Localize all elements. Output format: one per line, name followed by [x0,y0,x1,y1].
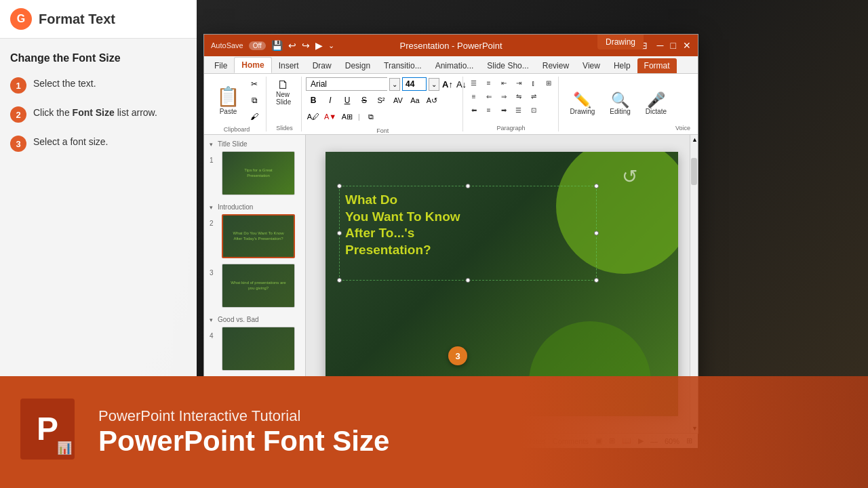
dictate-button[interactable]: 🎤 Dictate [639,90,673,118]
new-slide-button[interactable]: 🗋 NewSlide [272,77,295,108]
para-dialog-button[interactable]: ⊞ [542,77,555,89]
justify-button[interactable]: ☰ [512,104,526,116]
decrease-list-button[interactable]: ⇐ [482,90,496,102]
handle-ml[interactable] [337,231,342,236]
format-painter-button[interactable]: 🖌 [247,109,262,124]
bold-button[interactable]: B [306,93,321,108]
tab-review[interactable]: Review [536,58,576,73]
quick-access-icon[interactable]: ⌄ [328,41,334,50]
slide-3-thumb[interactable]: What kind of presentations areyou giving… [222,264,295,308]
font-name-arrow[interactable]: ⌄ [389,78,400,91]
increase-list-button[interactable]: ⇒ [497,90,511,102]
autosave-toggle[interactable]: Off [249,41,266,50]
slide-2-thumb[interactable]: What Do You Want To KnowAfter Today's Pr… [222,214,295,258]
tab-insert[interactable]: Insert [272,58,306,73]
save-icon[interactable]: 💾 [271,40,283,51]
italic-button[interactable]: I [323,93,338,108]
undo-icon[interactable]: ↩ [288,40,296,51]
title-bar: AutoSave Off 💾 ↩ ↪ ▶ ⌄ Presentation - Po… [204,35,698,56]
handle-mr[interactable] [594,231,599,236]
numbering-button[interactable]: ≡ [482,77,496,89]
paste-icon: 📋 [216,85,240,108]
font-size-arrow[interactable]: ⌄ [429,78,439,91]
slide-1-thumb[interactable]: Tips for a GreatPresentation [222,151,295,195]
strikethrough-button[interactable]: S [357,93,372,108]
section-arrow-3: ▾ [210,317,213,323]
smart-art-button[interactable]: ⊡ [527,104,540,116]
editing-button[interactable]: 🔍 Editing [604,90,637,118]
ppt-p-letter: P [37,413,58,445]
cut-button[interactable]: ✂ [247,77,262,92]
drawing-tab[interactable]: Drawing [597,35,644,49]
handle-tl[interactable] [337,184,342,188]
bullets-button[interactable]: ☰ [467,77,481,89]
align-left-button[interactable]: ⬅ [467,104,481,116]
new-slide-icon: 🗋 [277,79,290,91]
autosave-label: AutoSave [211,41,243,49]
align-right-button[interactable]: ➡ [497,104,511,116]
font-dialog-button[interactable]: ⧉ [363,109,378,124]
handle-tm[interactable] [466,184,471,188]
text-effects-button[interactable]: A⊞ [340,109,355,124]
handle-bl[interactable] [337,278,342,283]
text-box-selection[interactable]: What DoYou Want To KnowAfter To...'sPres… [339,186,597,281]
editing-icon: 🔍 [611,93,629,108]
paragraph-group: ☰ ≡ ⇤ ⇥ ⫿ ⊞ ≡ ⇐ ⇒ ⇋ ⇌ ⬅ ≡ ➡ ☰ ⊡ Paragra [465,77,559,131]
font-name-input[interactable] [306,77,387,91]
step-3: 3 Select a font size. [10,135,186,152]
paste-button[interactable]: 📋 Paste [212,83,245,117]
close-btn[interactable]: ✕ [683,40,691,51]
step-3-text: Select a font size. [33,135,108,149]
font-row-1: ⌄ ⌄ A↑ A↓ [306,77,460,92]
copy-button[interactable]: ⧉ [247,93,262,108]
drawing-button[interactable]: ✏️ Drawing [564,90,601,118]
scroll-up-btn[interactable]: ▲ [690,135,698,144]
align-center-button[interactable]: ≡ [482,104,496,116]
redo-icon[interactable]: ↪ [302,40,310,51]
scrollbar-thumb[interactable] [691,158,697,185]
slide-3-text: What kind of presentations areyou giving… [231,281,285,291]
editing-label: Editing [610,108,631,115]
tab-file[interactable]: File [208,58,234,73]
slide-2-number: 2 [210,220,218,227]
present-icon[interactable]: ▶ [315,40,323,51]
decrease-indent-button[interactable]: ⇤ [497,77,511,89]
maximize-btn[interactable]: □ [671,40,676,51]
shadow-button[interactable]: S² [374,93,389,108]
branding-subtitle: PowerPoint Interactive Tutorial [98,407,389,425]
slide-1-text: Tips for a GreatPresentation [244,168,272,179]
clipboard-label: Clipboard [212,124,262,133]
tab-draw[interactable]: Draw [306,58,338,73]
char-spacing-button[interactable]: AV [391,93,406,108]
tab-animations[interactable]: Animatio... [429,58,481,73]
ltr-button[interactable]: ⇌ [527,90,540,102]
increase-font-button[interactable]: A↑ [441,77,454,92]
step-2-text: Click the Font Size list arrow. [33,106,157,120]
slide-4-content [222,327,294,370]
rtl-button[interactable]: ⇋ [512,90,526,102]
highlight-button[interactable]: A🖊 [306,109,321,124]
change-case-button[interactable]: Aa [408,93,422,108]
tab-design[interactable]: Design [338,58,377,73]
slide-2-text: What Do You Want To KnowAfter Today's Pr… [233,231,283,242]
tab-help[interactable]: Help [607,58,637,73]
font-color-button[interactable]: A▼ [323,109,338,124]
tab-slideshow[interactable]: Slide Sho... [480,58,535,73]
columns-button[interactable]: ⫿ [527,77,540,89]
font-group: ⌄ ⌄ A↑ A↓ B I U S S² AV Aa A↺ A🖊 A▼ A⊞ | [303,77,463,131]
ppt-chart-icon: 📊 [57,441,72,455]
clear-format-button[interactable]: A↺ [425,93,439,108]
underline-button[interactable]: U [340,93,355,108]
slide-4-thumb[interactable] [222,327,295,371]
tab-transitions[interactable]: Transitio... [377,58,429,73]
handle-br[interactable] [594,278,599,283]
minimize-btn[interactable]: ─ [657,40,664,51]
handle-tr[interactable] [594,184,599,188]
increase-indent-button[interactable]: ⇥ [512,77,526,89]
handle-bm[interactable] [466,278,471,283]
font-size-input[interactable] [402,77,427,91]
tab-format[interactable]: Format [637,58,677,73]
tab-view[interactable]: View [576,58,607,73]
line-spacing-button[interactable]: ≡ [467,90,481,102]
tab-home[interactable]: Home [234,57,271,73]
